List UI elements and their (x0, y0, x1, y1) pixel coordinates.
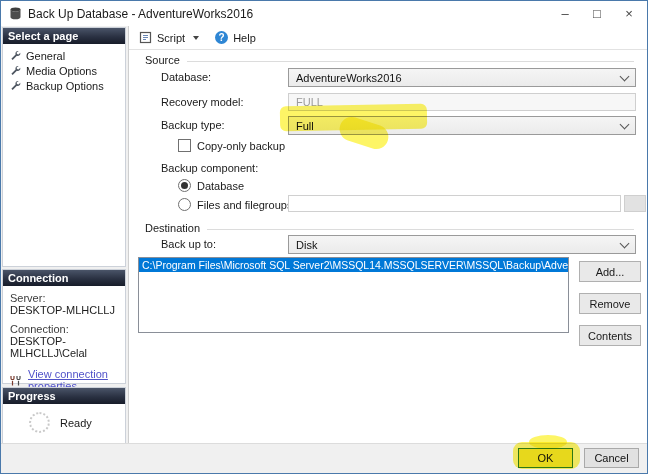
sidebar-item-label: General (26, 50, 65, 62)
window-title: Back Up Database - AdventureWorks2016 (28, 7, 253, 21)
add-button[interactable]: Add... (579, 261, 641, 282)
database-select-value: AdventureWorks2016 (296, 72, 402, 84)
progress-spinner-icon (29, 412, 50, 433)
script-button[interactable]: Script (139, 31, 199, 44)
back-up-to-select-value: Disk (296, 239, 317, 251)
progress-panel: Progress Ready (2, 387, 126, 444)
title-bar: Back Up Database - AdventureWorks2016 – … (1, 1, 647, 26)
contents-button[interactable]: Contents (579, 325, 641, 346)
connection-header: Connection (3, 270, 125, 286)
help-button[interactable]: ? Help (215, 31, 256, 44)
backup-component-label: Backup component: (161, 162, 258, 174)
main-panel: Script ? Help Source Database: Adventure… (129, 26, 647, 443)
recovery-model-field: FULL (288, 93, 636, 111)
footer-bar: OK Cancel (1, 443, 647, 473)
copy-only-backup-checkbox[interactable] (178, 139, 191, 152)
database-label: Database: (161, 71, 211, 83)
help-icon: ? (215, 31, 228, 44)
chevron-down-icon (620, 119, 630, 129)
group-divider (207, 229, 634, 230)
backup-type-select-value: Full (296, 120, 314, 132)
sidebar-item-backup-options[interactable]: Backup Options (3, 78, 125, 93)
sidebar-item-label: Media Options (26, 65, 97, 77)
recovery-model-label: Recovery model: (161, 96, 244, 108)
progress-status: Ready (60, 417, 92, 429)
chevron-down-icon (620, 238, 630, 248)
ok-button[interactable]: OK (518, 448, 573, 468)
chevron-down-icon (620, 71, 630, 81)
backup-database-dialog: Back Up Database - AdventureWorks2016 – … (0, 0, 648, 474)
browse-button (624, 195, 646, 212)
wrench-icon (10, 50, 21, 61)
minimize-button[interactable]: – (549, 1, 581, 26)
sidebar: Select a page General Media Options Back… (1, 26, 129, 443)
files-and-filegroups-label: Files and filegroups: (197, 199, 295, 211)
files-and-filegroups-field (288, 195, 621, 212)
close-button[interactable]: × (613, 1, 645, 26)
connection-properties-icon (10, 375, 24, 386)
dialog-body: Select a page General Media Options Back… (1, 26, 647, 443)
connection-panel: Connection Server: DESKTOP-MLHCLLJ Conne… (2, 269, 126, 384)
help-button-label: Help (233, 32, 256, 44)
backup-destinations-list[interactable]: C:\Program Files\Microsoft SQL Server2\M… (138, 257, 569, 333)
source-group-title: Source (145, 54, 180, 66)
sidebar-item-media-options[interactable]: Media Options (3, 63, 125, 78)
database-radio-label: Database (197, 180, 244, 192)
sidebar-item-general[interactable]: General (3, 48, 125, 63)
connection-label: Connection: (10, 323, 119, 335)
backup-type-select[interactable]: Full (288, 116, 636, 135)
select-a-page-panel: Select a page General Media Options Back… (2, 27, 126, 267)
back-up-to-label: Back up to: (161, 238, 216, 250)
connection-value: DESKTOP-MLHCLLJ\Celal (10, 335, 119, 359)
copy-only-backup-label: Copy-only backup (197, 140, 285, 152)
script-button-label: Script (157, 32, 185, 44)
remove-button[interactable]: Remove (579, 293, 641, 314)
dropdown-caret-icon[interactable] (193, 36, 199, 40)
files-and-filegroups-radio[interactable] (178, 198, 191, 211)
wrench-icon (10, 80, 21, 91)
select-a-page-header: Select a page (3, 28, 125, 44)
database-select[interactable]: AdventureWorks2016 (288, 68, 636, 87)
maximize-button[interactable]: □ (581, 1, 613, 26)
recovery-model-value: FULL (296, 96, 323, 108)
back-up-to-select[interactable]: Disk (288, 235, 636, 254)
destination-group-header: Destination (145, 222, 634, 234)
wrench-icon (10, 65, 21, 76)
cancel-button[interactable]: Cancel (584, 448, 639, 468)
destination-group-title: Destination (145, 222, 200, 234)
toolbar: Script ? Help (129, 26, 647, 50)
source-group-header: Source (145, 54, 634, 66)
server-value: DESKTOP-MLHCLLJ (10, 304, 119, 316)
sidebar-item-label: Backup Options (26, 80, 104, 92)
database-icon (9, 7, 22, 20)
server-label: Server: (10, 292, 119, 304)
backup-type-label: Backup type: (161, 119, 225, 131)
progress-header: Progress (3, 388, 125, 404)
group-divider (187, 61, 634, 62)
window-controls: – □ × (549, 1, 645, 26)
list-item-backup-path[interactable]: C:\Program Files\Microsoft SQL Server2\M… (139, 258, 568, 272)
database-radio[interactable] (178, 179, 191, 192)
script-icon (139, 31, 152, 44)
